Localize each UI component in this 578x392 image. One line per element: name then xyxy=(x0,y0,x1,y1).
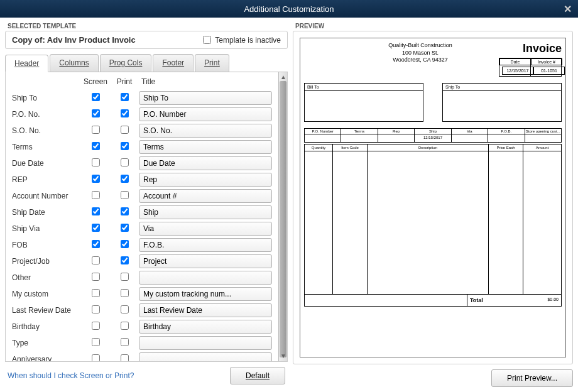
scrollbar[interactable]: ▲ ▼ xyxy=(278,72,287,361)
title-input[interactable] xyxy=(139,352,272,361)
screen-checkbox[interactable] xyxy=(92,338,100,346)
title-input[interactable] xyxy=(139,303,272,317)
tabs: Header Columns Prog Cols Footer Print xyxy=(5,54,288,72)
print-checkbox[interactable] xyxy=(121,126,129,134)
inv-company-addr2: Woodcrest, CA 94327 xyxy=(342,57,499,64)
print-checkbox[interactable] xyxy=(121,93,129,101)
screen-checkbox[interactable] xyxy=(92,305,100,313)
print-checkbox[interactable] xyxy=(121,240,129,248)
scroll-thumb[interactable] xyxy=(280,81,286,357)
screen-checkbox[interactable] xyxy=(92,240,100,248)
default-button[interactable]: Default xyxy=(230,367,285,384)
right-panel: PREVIEW Quality-Built Construction 100 M… xyxy=(293,23,573,387)
inv-field: Via xyxy=(451,128,488,143)
selected-template-label: SELECTED TEMPLATE xyxy=(5,23,288,30)
field-row: S.O. No. xyxy=(12,122,276,139)
inactive-checkbox[interactable] xyxy=(203,36,211,44)
print-checkbox[interactable] xyxy=(121,322,129,330)
field-label: Project/Job xyxy=(12,257,81,266)
tab-footer[interactable]: Footer xyxy=(153,54,194,72)
print-checkbox[interactable] xyxy=(121,256,129,264)
field-label: Due Date xyxy=(12,159,81,168)
field-label: S.O. No. xyxy=(12,126,81,135)
print-checkbox[interactable] xyxy=(121,142,129,150)
print-checkbox[interactable] xyxy=(121,158,129,166)
screen-checkbox[interactable] xyxy=(92,289,100,297)
screen-checkbox[interactable] xyxy=(92,175,100,183)
screen-checkbox[interactable] xyxy=(92,109,100,117)
left-panel: SELECTED TEMPLATE Copy of: Adv Inv Produ… xyxy=(5,23,288,387)
screen-checkbox[interactable] xyxy=(92,256,100,264)
template-box: Copy of: Adv Inv Product Invoic Template… xyxy=(5,31,288,49)
title-input[interactable] xyxy=(139,124,272,138)
bottom-bar: When should I check Screen or Print? Def… xyxy=(5,362,288,387)
screen-checkbox[interactable] xyxy=(92,322,100,330)
title-input[interactable] xyxy=(139,336,272,350)
screen-checkbox[interactable] xyxy=(92,354,100,361)
screen-checkbox[interactable] xyxy=(92,207,100,215)
print-checkbox[interactable] xyxy=(121,273,129,281)
field-label: Anniversary xyxy=(12,355,81,361)
print-checkbox[interactable] xyxy=(121,338,129,346)
print-preview-button[interactable]: Print Preview... xyxy=(491,369,573,387)
title-input[interactable] xyxy=(139,91,272,105)
title-input[interactable] xyxy=(139,140,272,154)
field-row: Other xyxy=(12,270,276,286)
screen-checkbox[interactable] xyxy=(92,142,100,150)
field-label: Type xyxy=(12,339,81,347)
print-checkbox[interactable] xyxy=(121,109,129,117)
inv-company-name: Quality-Built Construction xyxy=(342,42,499,50)
tab-columns[interactable]: Columns xyxy=(50,54,98,72)
screen-checkbox[interactable] xyxy=(92,93,100,101)
print-checkbox[interactable] xyxy=(121,191,129,199)
field-label: Last Review Date xyxy=(12,306,81,315)
field-row: Type xyxy=(12,335,276,351)
print-checkbox[interactable] xyxy=(121,289,129,297)
title-input[interactable] xyxy=(139,189,272,203)
window-title: Additional Customization xyxy=(244,4,334,14)
print-checkbox[interactable] xyxy=(121,354,129,361)
inv-total-row: Total $0.00 xyxy=(304,295,562,307)
inv-field: Rep xyxy=(378,128,414,143)
inv-total-label: Total xyxy=(467,295,523,306)
inv-fields-row: P.O. NumberTermsRepShip12/15/2017ViaF.O.… xyxy=(304,128,562,143)
inv-item-col: Item Code xyxy=(333,144,368,294)
inv-num-v: 01-1051 xyxy=(533,67,565,75)
title-input[interactable] xyxy=(139,205,272,219)
print-checkbox[interactable] xyxy=(121,175,129,183)
tab-print[interactable]: Print xyxy=(195,54,229,72)
title-input[interactable] xyxy=(139,238,272,252)
print-checkbox[interactable] xyxy=(121,207,129,215)
close-icon[interactable]: ✕ xyxy=(564,3,572,15)
screen-checkbox[interactable] xyxy=(92,273,100,281)
help-link[interactable]: When should I check Screen or Print? xyxy=(8,371,134,380)
title-input[interactable] xyxy=(139,254,272,268)
title-input[interactable] xyxy=(139,271,272,285)
scroll-up-icon[interactable]: ▲ xyxy=(280,74,287,81)
tab-prog-cols[interactable]: Prog Cols xyxy=(100,54,152,72)
inactive-checkbox-wrap[interactable]: Template is inactive xyxy=(203,36,281,45)
title-input[interactable] xyxy=(139,320,272,334)
screen-checkbox[interactable] xyxy=(92,126,100,134)
inv-total-amount: $0.00 xyxy=(523,295,561,306)
field-label: FOB xyxy=(12,241,81,249)
print-checkbox[interactable] xyxy=(121,305,129,313)
tab-header[interactable]: Header xyxy=(5,55,48,72)
screen-checkbox[interactable] xyxy=(92,191,100,199)
title-input[interactable] xyxy=(139,222,272,236)
title-input[interactable] xyxy=(139,107,272,121)
field-row: Project/Job xyxy=(12,253,276,270)
title-input[interactable] xyxy=(139,173,272,187)
inv-company-addr1: 100 Mason St. xyxy=(342,50,499,57)
inv-item-col: Price Each xyxy=(489,144,523,294)
preview-label: PREVIEW xyxy=(293,23,573,30)
field-row: Terms xyxy=(12,139,276,155)
print-checkbox[interactable] xyxy=(121,224,129,232)
scroll-down-icon[interactable]: ▼ xyxy=(280,352,287,360)
field-label: My custom xyxy=(12,290,81,298)
title-input[interactable] xyxy=(139,156,272,170)
inv-shipto-body xyxy=(442,90,562,122)
screen-checkbox[interactable] xyxy=(92,158,100,166)
title-input[interactable] xyxy=(139,287,272,301)
screen-checkbox[interactable] xyxy=(92,224,100,232)
